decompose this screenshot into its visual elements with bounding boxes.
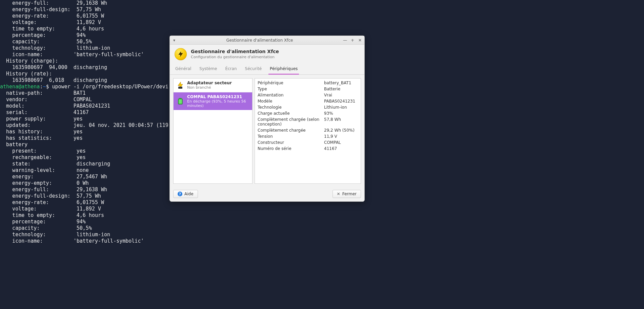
- device-title: Adaptateur secteur: [187, 81, 232, 85]
- detail-value: 93%: [324, 111, 333, 116]
- detail-key: Type: [258, 87, 324, 91]
- detail-row: ModèlePABAS0241231: [255, 98, 361, 104]
- detail-key: Modèle: [258, 99, 324, 104]
- detail-key: Alimentation: [258, 93, 324, 97]
- minimize-button[interactable]: —: [343, 38, 347, 43]
- terminal-output: energy-full: 29,1638 Wh energy-full-desi…: [0, 0, 168, 244]
- detail-row: Complètement chargée (selon conception)5…: [255, 116, 361, 127]
- window-header: Gestionnaire d'alimentation Xfce Configu…: [170, 45, 364, 62]
- power-icon: [175, 48, 187, 60]
- detail-row: Numéro de série41167: [255, 146, 361, 152]
- tabs: Général Système Écran Sécurité Périphéri…: [170, 64, 364, 75]
- detail-value: 29,2 Wh (50%): [324, 128, 355, 133]
- close-icon: ✕: [337, 192, 340, 196]
- help-label: Aide: [184, 192, 194, 196]
- device-list[interactable]: Adaptateur secteur Non branché COMPAL PA…: [173, 78, 253, 184]
- detail-row: Périphériquebattery_BAT1: [255, 80, 361, 86]
- battery-icon: [176, 97, 184, 105]
- device-item-adapter[interactable]: Adaptateur secteur Non branché: [174, 79, 252, 92]
- detail-row: ConstructeurCOMPAL: [255, 139, 361, 146]
- detail-value: Lithium-ion: [324, 105, 347, 110]
- svg-rect-1: [179, 98, 181, 98]
- ac-adapter-icon: [176, 81, 184, 89]
- titlebar[interactable]: ▾ Gestionnaire d'alimentation Xfce — + ✕: [170, 36, 364, 45]
- detail-value: Batterie: [324, 87, 340, 91]
- detail-row: TypeBatterie: [255, 86, 361, 92]
- power-manager-window: ▾ Gestionnaire d'alimentation Xfce — + ✕…: [169, 36, 365, 202]
- detail-value: 11,9 V: [324, 134, 337, 139]
- detail-row: AlimentationVrai: [255, 92, 361, 98]
- maximize-button[interactable]: +: [350, 38, 355, 43]
- detail-key: Complètement chargée (selon conception): [258, 117, 324, 127]
- detail-key: Technologie: [258, 105, 324, 110]
- help-button[interactable]: ? Aide: [173, 190, 198, 198]
- device-item-battery[interactable]: COMPAL PABAS0241231 En décharge (93%, 5 …: [174, 92, 252, 110]
- tab-general[interactable]: Général: [174, 64, 193, 74]
- close-label: Fermer: [342, 192, 357, 196]
- detail-key: Complètement chargée: [258, 128, 324, 133]
- tab-system[interactable]: Système: [198, 64, 218, 74]
- device-subtitle: Non branché: [187, 85, 232, 90]
- detail-value: 41167: [324, 146, 337, 151]
- device-subtitle: En décharge (93%, 5 heures 56 minutes): [187, 99, 249, 108]
- window-title: Gestionnaire d'alimentation Xfce: [177, 38, 343, 43]
- svg-rect-0: [178, 87, 182, 89]
- window-footer: ? Aide ✕ Fermer: [170, 187, 364, 201]
- detail-key: Charge actuelle: [258, 111, 324, 116]
- detail-key: Périphérique: [258, 81, 324, 85]
- detail-key: Constructeur: [258, 140, 324, 145]
- tab-display[interactable]: Écran: [224, 64, 238, 74]
- close-window-button[interactable]: ✕: [358, 38, 362, 43]
- window-menu-icon[interactable]: ▾: [172, 38, 177, 43]
- detail-value: PABAS0241231: [324, 99, 355, 104]
- detail-value: Vrai: [324, 93, 332, 97]
- detail-value: battery_BAT1: [324, 81, 351, 85]
- app-subtitle: Configuration du gestionnaire d'alimenta…: [191, 55, 279, 60]
- help-icon: ?: [178, 192, 182, 196]
- detail-row: Charge actuelle93%: [255, 110, 361, 116]
- detail-row: Tension11,9 V: [255, 133, 361, 139]
- detail-key: Numéro de série: [258, 146, 324, 151]
- svg-rect-3: [179, 99, 182, 104]
- tab-devices[interactable]: Périphériques: [268, 64, 299, 74]
- app-title: Gestionnaire d'alimentation Xfce: [191, 49, 279, 55]
- detail-key: Tension: [258, 134, 324, 139]
- detail-row: Complètement chargée29,2 Wh (50%): [255, 127, 361, 133]
- device-details: Périphériquebattery_BAT1TypeBatterieAlim…: [255, 78, 361, 184]
- close-button[interactable]: ✕ Fermer: [333, 190, 361, 198]
- detail-value: COMPAL: [324, 140, 341, 145]
- detail-row: TechnologieLithium-ion: [255, 104, 361, 110]
- detail-value: 57,8 Wh: [324, 117, 341, 127]
- device-title: COMPAL PABAS0241231: [187, 94, 249, 99]
- tab-security[interactable]: Sécurité: [244, 64, 263, 74]
